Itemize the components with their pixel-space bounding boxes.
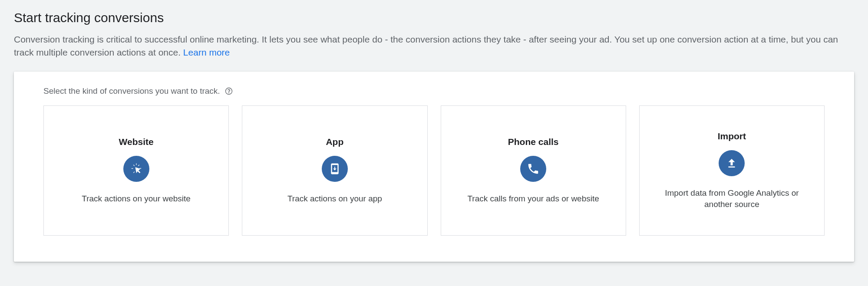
page-description-text: Conversion tracking is critical to succe… [14,34,838,57]
cursor-click-icon [123,156,149,182]
card-phone-calls[interactable]: Phone calls Track calls from your ads or… [441,105,626,236]
card-title: Website [119,137,154,147]
card-description: Track calls from your ads or website [467,193,599,204]
page-description: Conversion tracking is critical to succe… [14,33,848,59]
help-icon[interactable] [224,87,233,95]
card-app[interactable]: App Track actions on your app [242,105,427,236]
conversion-type-cards: Website Track actions on your website Ap… [43,105,825,236]
card-title: Phone calls [508,137,559,147]
instruction-text: Select the kind of conversions you want … [43,86,220,96]
card-description: Import data from Google Analytics or ano… [651,187,813,210]
instruction-row: Select the kind of conversions you want … [43,86,825,96]
page-title: Start tracking conversions [14,10,854,25]
upload-icon [719,150,745,176]
phone-icon [520,156,546,182]
learn-more-link[interactable]: Learn more [183,47,230,57]
card-title: Import [718,131,746,141]
selection-panel: Select the kind of conversions you want … [14,72,854,262]
card-description: Track actions on your app [287,193,382,204]
card-website[interactable]: Website Track actions on your website [43,105,229,236]
app-download-icon [322,156,348,182]
card-import[interactable]: Import Import data from Google Analytics… [639,105,825,236]
card-title: App [326,137,343,147]
card-description: Track actions on your website [82,193,191,204]
